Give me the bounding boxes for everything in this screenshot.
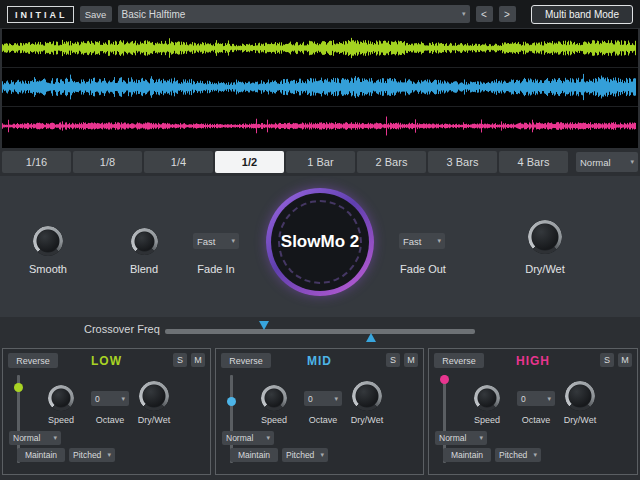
division-button-1-16[interactable]: 1/16	[2, 151, 71, 173]
pitched-value: Pitched	[286, 450, 314, 460]
band-mode-value: Normal	[439, 433, 466, 443]
preset-next-button[interactable]: >	[499, 6, 516, 22]
maintain-button[interactable]: Maintain	[17, 448, 65, 462]
pitched-dropdown[interactable]: Pitched ▾	[282, 448, 328, 462]
band-dry-wet-label: Dry/Wet	[124, 415, 184, 425]
chevron-down-icon: ▾	[334, 395, 338, 403]
speed-label: Speed	[244, 415, 304, 425]
chevron-down-icon: ▾	[462, 10, 466, 18]
octave-value: 0	[95, 394, 100, 404]
chevron-down-icon: ▾	[320, 451, 324, 459]
band-header: LOW Reverse S M	[3, 349, 210, 371]
solo-button[interactable]: S	[173, 353, 187, 367]
band-mode-dropdown[interactable]: Normal ▾	[9, 431, 61, 445]
solo-button[interactable]: S	[600, 353, 614, 367]
band-level-slider-handle[interactable]	[14, 383, 23, 392]
preset-prev-button[interactable]: <	[476, 6, 493, 22]
band-header: MID Reverse S M	[216, 349, 423, 371]
maintain-button[interactable]: Maintain	[230, 448, 278, 462]
crossover-slider[interactable]	[165, 329, 475, 334]
pitched-value: Pitched	[499, 450, 527, 460]
maintain-button[interactable]: Maintain	[443, 448, 491, 462]
division-button-4-bars[interactable]: 4 Bars	[499, 151, 568, 173]
waveform-row-mid	[2, 68, 638, 107]
octave-dropdown[interactable]: 0 ▾	[304, 391, 342, 406]
fade-out-label: Fade Out	[392, 263, 454, 275]
pitched-value: Pitched	[73, 450, 101, 460]
division-mode-dropdown[interactable]: Normal ▾	[576, 152, 638, 172]
fade-out-dropdown[interactable]: Fast ▾	[399, 233, 445, 249]
division-button-row: 1/16 1/8 1/4 1/2 1 Bar 2 Bars 3 Bars 4 B…	[2, 151, 638, 173]
crossover-handle-high[interactable]	[366, 333, 376, 342]
band-dry-wet-label: Dry/Wet	[337, 415, 397, 425]
chevron-down-icon: ▾	[630, 158, 634, 166]
band-header: HIGH Reverse S M	[429, 349, 637, 371]
fade-out-value: Fast	[403, 236, 421, 247]
smooth-label: Smooth	[18, 263, 78, 275]
slowmo-plugin-window: INITIAL Save Basic Halftime ▾ < > Multi …	[0, 0, 640, 480]
division-button-1-4[interactable]: 1/4	[144, 151, 213, 173]
band-mode-value: Normal	[13, 433, 40, 443]
octave-dropdown[interactable]: 0 ▾	[91, 391, 129, 406]
smooth-knob[interactable]	[33, 226, 63, 256]
solo-button[interactable]: S	[386, 353, 400, 367]
mute-button[interactable]: M	[191, 353, 205, 367]
reverse-button[interactable]: Reverse	[221, 353, 271, 368]
octave-value: 0	[308, 394, 313, 404]
mute-button[interactable]: M	[404, 353, 418, 367]
octave-value: 0	[521, 394, 526, 404]
waveform-row-high	[2, 107, 638, 146]
crossover-label: Crossover Freq	[84, 323, 160, 335]
top-bar: INITIAL Save Basic Halftime ▾ < > Multi …	[0, 0, 640, 28]
speed-label: Speed	[31, 415, 91, 425]
pitched-dropdown[interactable]: Pitched ▾	[495, 448, 541, 462]
reverse-button[interactable]: Reverse	[434, 353, 484, 368]
fade-in-value: Fast	[197, 236, 215, 247]
speed-knob[interactable]	[48, 385, 74, 411]
chevron-down-icon: ▾	[547, 395, 551, 403]
band-dry-wet-knob[interactable]	[565, 381, 595, 411]
band-dry-wet-knob[interactable]	[352, 381, 382, 411]
pitched-dropdown[interactable]: Pitched ▾	[69, 448, 115, 462]
speed-knob[interactable]	[474, 385, 500, 411]
multiband-mode-button[interactable]: Multi band Mode	[531, 5, 633, 24]
mute-button[interactable]: M	[618, 353, 632, 367]
dry-wet-knob[interactable]	[528, 220, 562, 254]
save-button[interactable]: Save	[80, 6, 112, 22]
band-dry-wet-label: Dry/Wet	[550, 415, 610, 425]
fade-in-dropdown[interactable]: Fast ▾	[193, 233, 239, 249]
division-button-1-8[interactable]: 1/8	[73, 151, 142, 173]
slowmo-logo-inner: SlowMo 2	[271, 193, 369, 291]
band-mode-dropdown[interactable]: Normal ▾	[435, 431, 487, 445]
speed-label: Speed	[457, 415, 517, 425]
chevron-down-icon: ▾	[107, 451, 111, 459]
low-band-waveform	[2, 29, 636, 67]
main-control-panel: Smooth Blend Fast ▾ Fade In SlowMo 2 Fas…	[0, 176, 640, 317]
band-mode-dropdown[interactable]: Normal ▾	[222, 431, 274, 445]
band-level-slider-handle[interactable]	[440, 375, 449, 384]
slowmo-logo-text: SlowMo 2	[281, 232, 359, 252]
division-button-1-bar[interactable]: 1 Bar	[286, 151, 355, 173]
blend-label: Blend	[114, 263, 174, 275]
division-button-1-2[interactable]: 1/2	[215, 151, 284, 173]
speed-knob[interactable]	[261, 385, 287, 411]
reverse-button[interactable]: Reverse	[8, 353, 58, 368]
blend-knob[interactable]	[131, 228, 158, 255]
chevron-down-icon: ▾	[437, 237, 441, 245]
division-button-2-bars[interactable]: 2 Bars	[357, 151, 426, 173]
mid-band-waveform	[2, 68, 636, 106]
band-panel-low: LOW Reverse S M Speed 0 ▾ Octave Dry/Wet…	[2, 348, 211, 475]
division-button-3-bars[interactable]: 3 Bars	[428, 151, 497, 173]
chevron-down-icon: ▾	[121, 395, 125, 403]
band-panel-high: HIGH Reverse S M Speed 0 ▾ Octave Dry/We…	[428, 348, 638, 475]
waveform-row-low	[2, 29, 638, 68]
crossover-handle-low[interactable]	[259, 321, 269, 330]
chevron-down-icon: ▾	[53, 434, 57, 442]
division-mode-value: Normal	[580, 157, 611, 168]
octave-dropdown[interactable]: 0 ▾	[517, 391, 555, 406]
preset-dropdown[interactable]: Basic Halftime ▾	[118, 5, 470, 23]
band-dry-wet-knob[interactable]	[139, 381, 169, 411]
brand-logo: INITIAL	[7, 6, 74, 23]
crossover-section: Crossover Freq	[0, 317, 640, 348]
band-level-slider-handle[interactable]	[227, 397, 236, 406]
